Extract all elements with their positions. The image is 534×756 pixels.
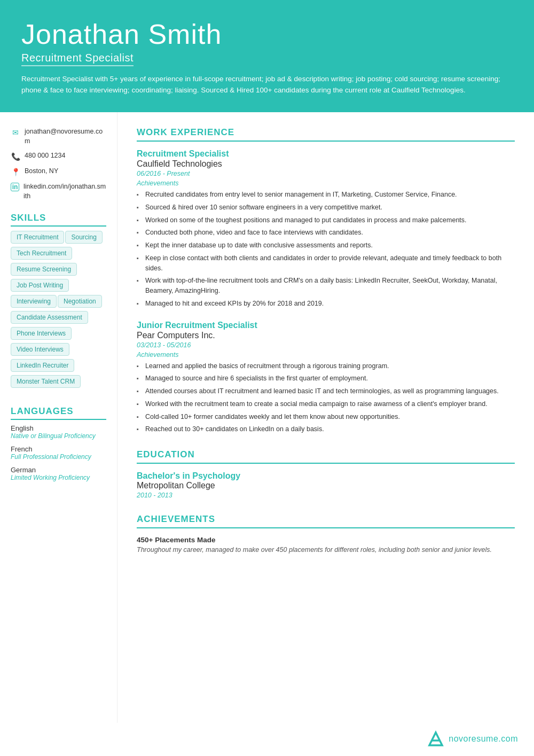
- language-level: Full Professional Proficiency: [11, 453, 106, 461]
- language-item: French Full Professional Proficiency: [11, 445, 106, 461]
- skills-list: IT RecruitmentSourcingTech RecruitmentRe…: [11, 231, 106, 391]
- language-item: English Native or Bilingual Proficiency: [11, 424, 106, 440]
- skill-tag: Candidate Assessment: [11, 311, 88, 324]
- education-list: Bachelor's in Psychology Metropolitan Co…: [137, 471, 515, 499]
- skill-tag: Interviewing: [11, 295, 57, 308]
- job-bullet: Sourced & hired over 10 senior software …: [137, 202, 515, 213]
- education-block: Bachelor's in Psychology Metropolitan Co…: [137, 471, 515, 499]
- achievement-block: 450+ Placements Made Throughout my caree…: [137, 536, 515, 555]
- education-title: EDUCATION: [137, 449, 515, 464]
- language-name: French: [11, 445, 106, 453]
- edu-school: Metropolitan College: [137, 481, 515, 490]
- resume-sidebar: ✉ jonathan@novoresume.com 📞 480 000 1234…: [0, 112, 117, 723]
- job-title: Recruitment Specialist: [137, 149, 515, 159]
- resume-main: WORK EXPERIENCE Recruitment Specialist C…: [117, 112, 534, 723]
- job-bullet: Attended courses about IT recruitment an…: [137, 386, 515, 396]
- skill-tag: Tech Recruitment: [11, 247, 72, 260]
- job-company: Caulfield Technologies: [137, 159, 515, 169]
- work-experience-title: WORK EXPERIENCE: [137, 127, 515, 142]
- skill-tag: Resume Screening: [11, 263, 77, 276]
- email-icon: ✉: [11, 128, 20, 137]
- svg-marker-0: [429, 732, 442, 745]
- job-bullet: Cold-called 10+ former candidates weekly…: [137, 412, 515, 422]
- linkedin-value: linkedin.com/in/jonathan.smith: [23, 182, 106, 201]
- job-achievements-label: Achievements: [137, 351, 515, 358]
- job-bullet: Managed to source and hire 6 specialists…: [137, 373, 515, 384]
- language-item: German Limited Working Proficiency: [11, 466, 106, 481]
- edu-degree: Bachelor's in Psychology: [137, 471, 515, 481]
- contact-phone: 📞 480 000 1234: [11, 151, 106, 161]
- phone-icon: 📞: [11, 152, 20, 161]
- job-bullet: Worked on some of the toughest positions…: [137, 215, 515, 225]
- candidate-summary: Recruitment Specialist with 5+ years of …: [21, 74, 502, 96]
- skill-tag: Video Interviews: [11, 343, 69, 356]
- candidate-name: Jonathan Smith: [21, 19, 513, 50]
- languages-list: English Native or Bilingual ProficiencyF…: [11, 424, 106, 481]
- job-bullet: Work with top-of-the-line recruitment to…: [137, 276, 515, 296]
- skill-tag: Phone Interviews: [11, 327, 72, 340]
- job-dates: 06/2016 - Present: [137, 170, 515, 177]
- location-value: Boston, NY: [25, 167, 58, 176]
- language-name: English: [11, 424, 106, 432]
- footer-logo: novoresume.com: [426, 729, 518, 749]
- footer-logo-text: novoresume.com: [449, 734, 518, 744]
- achievements-list: 450+ Placements Made Throughout my caree…: [137, 536, 515, 555]
- job-title: Junior Recruitment Specialist: [137, 321, 515, 330]
- achievement-description: Throughout my career, managed to make ov…: [137, 545, 515, 555]
- phone-value: 480 000 1234: [25, 151, 65, 161]
- email-value: jonathan@novoresume.com: [25, 127, 106, 146]
- job-dates: 03/2013 - 05/2016: [137, 341, 515, 349]
- novoresume-logo-icon: [426, 729, 445, 749]
- contact-email: ✉ jonathan@novoresume.com: [11, 127, 106, 146]
- skills-block: SKILLS IT RecruitmentSourcingTech Recrui…: [11, 213, 106, 391]
- job-bullet: Worked with the recruitment team to crea…: [137, 399, 515, 409]
- languages-title: LANGUAGES: [11, 406, 106, 420]
- skill-tag: IT Recruitment: [11, 231, 64, 244]
- job-bullet: Managed to hit and exceed KPIs by 20% fo…: [137, 299, 515, 309]
- achievement-title: 450+ Placements Made: [137, 536, 515, 544]
- linkedin-icon: in: [11, 183, 19, 191]
- jobs-list: Recruitment Specialist Caulfield Technol…: [137, 149, 515, 434]
- education-section: EDUCATION Bachelor's in Psychology Metro…: [137, 449, 515, 499]
- edu-dates: 2010 - 2013: [137, 492, 515, 499]
- resume-footer: novoresume.com: [0, 723, 534, 756]
- skill-tag: LinkedIn Recruiter: [11, 359, 74, 372]
- achievements-title: ACHIEVEMENTS: [137, 514, 515, 528]
- skill-tag: Sourcing: [65, 231, 102, 244]
- work-experience-section: WORK EXPERIENCE Recruitment Specialist C…: [137, 127, 515, 434]
- language-name: German: [11, 466, 106, 474]
- resume-header: Jonathan Smith Recruitment Specialist Re…: [0, 0, 534, 112]
- languages-block: LANGUAGES English Native or Bilingual Pr…: [11, 406, 106, 481]
- job-bullet: Kept the inner database up to date with …: [137, 240, 515, 251]
- job-bullet: Reached out to 30+ candidates on LinkedI…: [137, 424, 515, 434]
- language-level: Limited Working Proficiency: [11, 474, 106, 481]
- resume-document: Jonathan Smith Recruitment Specialist Re…: [0, 0, 534, 756]
- job-bullet: Conducted both phone, video and face to …: [137, 228, 515, 238]
- skill-tag: Job Post Writing: [11, 279, 69, 292]
- job-bullets: Recruited candidates from entry level to…: [137, 190, 515, 309]
- candidate-title: Recruitment Specialist: [21, 52, 134, 66]
- skills-title: SKILLS: [11, 213, 106, 227]
- job-bullet: Keep in close contact with both clients …: [137, 253, 515, 274]
- job-company: Pear Computers Inc.: [137, 331, 515, 340]
- job-bullet: Learned and applied the basics of recrui…: [137, 361, 515, 371]
- achievements-section: ACHIEVEMENTS 450+ Placements Made Throug…: [137, 514, 515, 555]
- skill-tag: Negotiation: [58, 295, 102, 308]
- contact-block: ✉ jonathan@novoresume.com 📞 480 000 1234…: [11, 127, 106, 201]
- job-block: Recruitment Specialist Caulfield Technol…: [137, 149, 515, 309]
- job-block: Junior Recruitment Specialist Pear Compu…: [137, 321, 515, 435]
- contact-linkedin: in linkedin.com/in/jonathan.smith: [11, 182, 106, 201]
- job-bullet: Recruited candidates from entry level to…: [137, 190, 515, 200]
- skill-tag: Monster Talent CRM: [11, 375, 81, 388]
- language-level: Native or Bilingual Proficiency: [11, 432, 106, 440]
- contact-location: 📍 Boston, NY: [11, 167, 106, 177]
- job-bullets: Learned and applied the basics of recrui…: [137, 361, 515, 435]
- resume-body: ✉ jonathan@novoresume.com 📞 480 000 1234…: [0, 112, 534, 723]
- job-achievements-label: Achievements: [137, 180, 515, 187]
- location-icon: 📍: [11, 167, 20, 177]
